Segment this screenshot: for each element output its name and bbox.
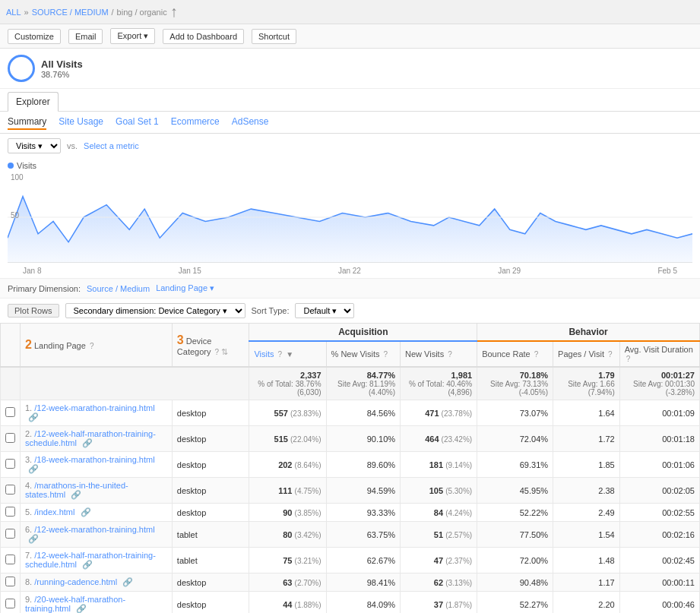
row-checkbox[interactable] [1, 574, 21, 592]
row-checkbox[interactable] [1, 592, 21, 614]
email-button[interactable]: Email [68, 29, 103, 44]
x-label-jan15: Jan 15 [179, 267, 201, 275]
chart-y-mid: 50 [11, 211, 19, 220]
total-avg-duration: 00:01:27 Site Avg: 00:01:30 (-3.28%) [619, 367, 699, 400]
row-new-visits: 37 (1.87%) [401, 592, 477, 614]
landing-page-link[interactable]: Landing Page ▾ [156, 283, 214, 293]
page-link-icon[interactable]: 🔗 [122, 577, 133, 586]
row-num: 7. [25, 551, 32, 560]
row-checkbox[interactable] [1, 504, 21, 522]
vs-label: vs. [67, 141, 78, 150]
page-link-icon[interactable]: 🔗 [76, 604, 87, 613]
tab-explorer[interactable]: Explorer [8, 92, 59, 112]
row-checkbox-input[interactable] [5, 529, 15, 539]
row-visits: 515 (22.04%) [249, 426, 326, 452]
row-new-visits: 47 (2.37%) [401, 548, 477, 574]
row-checkbox[interactable] [1, 400, 21, 426]
x-label-feb5: Feb 5 [657, 267, 677, 275]
row-checkbox-input[interactable] [5, 599, 15, 608]
th-new-visits[interactable]: New Visits ? [401, 341, 477, 367]
visits-select[interactable]: Visits ▾ [8, 138, 61, 153]
row-avg-duration: 00:02:55 [619, 504, 699, 522]
landing-page-link[interactable]: /18-week-marathon-training.html [34, 455, 154, 464]
sub-tab-summary[interactable]: Summary [8, 115, 46, 130]
row-checkbox[interactable] [1, 478, 21, 504]
row-checkbox-input[interactable] [5, 555, 15, 564]
chart-svg [8, 172, 692, 263]
row-bounce-rate: 72.04% [477, 426, 553, 452]
row-checkbox-input[interactable] [5, 507, 15, 517]
plot-rows-button[interactable]: Plot Rows [8, 304, 59, 318]
row-checkbox-input[interactable] [5, 407, 15, 417]
page-link-icon[interactable]: 🔗 [71, 490, 81, 499]
breadcrumb-source[interactable]: SOURCE / MEDIUM [32, 8, 109, 17]
select-metric-link[interactable]: Select a metric [84, 141, 139, 150]
row-checkbox-input[interactable] [5, 459, 15, 469]
row-checkbox-input[interactable] [5, 433, 15, 443]
table-row: 4. /marathons-in-the-united-states.html … [1, 478, 700, 504]
row-checkbox[interactable] [1, 522, 21, 548]
chart-legend-label: Visits [17, 161, 36, 170]
landing-page-link[interactable]: /running-cadence.html [34, 577, 117, 586]
total-checkbox [1, 367, 21, 400]
landing-page-link[interactable]: /index.html [34, 507, 74, 517]
page-link-icon[interactable]: 🔗 [82, 560, 93, 569]
row-checkbox[interactable] [1, 452, 21, 478]
th-bounce-rate[interactable]: Bounce Rate ? [477, 341, 553, 367]
sub-tab-ecommerce[interactable]: Ecommerce [171, 115, 220, 130]
row-checkbox[interactable] [1, 426, 21, 452]
landing-page-info-icon[interactable]: ? [90, 342, 94, 350]
row-device-category: tablet [172, 522, 249, 548]
row-landing-page: 1. /12-week-marathon-training.html 🔗 [21, 400, 173, 426]
row-checkbox-input[interactable] [5, 577, 15, 586]
page-link-icon[interactable]: 🔗 [81, 507, 91, 517]
page-link-icon[interactable]: 🔗 [82, 438, 93, 447]
sub-tab-adsense[interactable]: AdSense [232, 115, 269, 130]
landing-page-link[interactable]: /12-week-marathon-training.html [34, 525, 154, 534]
row-bounce-rate: 52.22% [477, 504, 553, 522]
row-pages-visit: 1.85 [553, 452, 620, 478]
landing-page-link[interactable]: /12-week-marathon-training.html [34, 403, 154, 412]
th-pct-new-visits[interactable]: % New Visits ? [326, 341, 400, 367]
row-pct-new-visits: 98.41% [326, 574, 400, 592]
sub-tabs: Summary Site Usage Goal Set 1 Ecommerce … [0, 112, 700, 134]
secondary-dimension-select[interactable]: Secondary dimension: Device Category ▾ [65, 303, 245, 318]
row-num: 1. [25, 403, 32, 412]
total-label [21, 367, 249, 400]
breadcrumb-all[interactable]: ALL [6, 8, 21, 17]
row-checkbox[interactable] [1, 548, 21, 574]
row-pages-visit: 1.54 [553, 522, 620, 548]
total-bounce-rate: 70.18% Site Avg: 73.13% (-4.05%) [477, 367, 553, 400]
row-bounce-rate: 45.95% [477, 478, 553, 504]
export-button[interactable]: Export ▾ [110, 28, 155, 44]
row-visits: 75 (3.21%) [249, 548, 326, 574]
th-pages-visit[interactable]: Pages / Visit ? [553, 341, 620, 367]
source-medium-link[interactable]: Source / Medium [87, 284, 150, 293]
sort-type-select[interactable]: Default ▾ [295, 303, 354, 318]
page-link-icon[interactable]: 🔗 [28, 412, 39, 422]
row-checkbox-input[interactable] [5, 485, 15, 495]
customize-button[interactable]: Customize [8, 29, 61, 44]
chart-x-labels: Jan 8 Jan 15 Jan 22 Jan 29 Feb 5 [8, 265, 692, 276]
row-pct-new-visits: 62.67% [326, 548, 400, 574]
add-to-dashboard-button[interactable]: Add to Dashboard [163, 29, 244, 44]
page-link-icon[interactable]: 🔗 [28, 534, 39, 543]
page-link-icon[interactable]: 🔗 [28, 464, 39, 473]
row-num: 6. [25, 525, 32, 534]
annotation-arrow: ↑ [170, 3, 178, 21]
table-row: 8. /running-cadence.html 🔗 desktop 63 (2… [1, 574, 700, 592]
row-pages-visit: 2.20 [553, 592, 620, 614]
th-visits[interactable]: Visits ? ▼ [249, 341, 326, 367]
row-landing-page: 2. /12-week-half-marathon-training-sched… [21, 426, 173, 452]
device-cat-info-icon[interactable]: ? [215, 348, 220, 356]
row-pct-new-visits: 89.60% [326, 452, 400, 478]
totals-row: 2,337 % of Total: 38.76% (6,030) 84.77% … [1, 367, 700, 400]
row-bounce-rate: 69.31% [477, 452, 553, 478]
sub-tab-site-usage[interactable]: Site Usage [59, 115, 103, 130]
sub-tab-goal-set[interactable]: Goal Set 1 [116, 115, 159, 130]
row-pages-visit: 2.49 [553, 504, 620, 522]
table-row: 1. /12-week-marathon-training.html 🔗 des… [1, 400, 700, 426]
th-avg-duration[interactable]: Avg. Visit Duration ? [619, 341, 699, 367]
device-cat-sort[interactable]: ⇅ [221, 347, 228, 356]
shortcut-button[interactable]: Shortcut [252, 29, 296, 44]
